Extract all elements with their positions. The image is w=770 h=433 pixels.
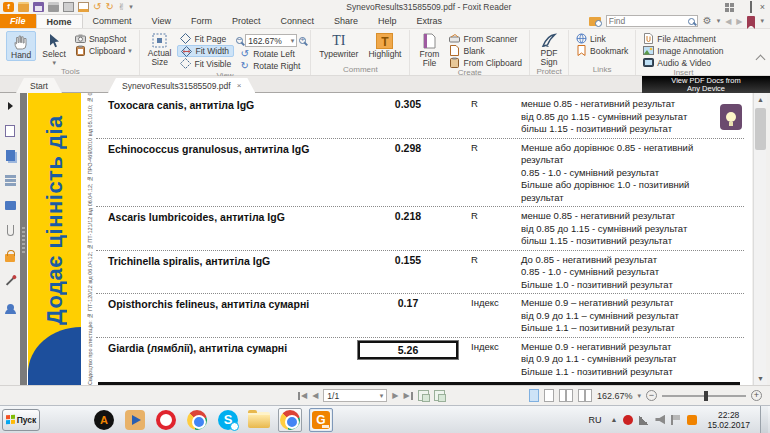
page-number-combo[interactable]: 1/1 ▾ <box>323 389 387 402</box>
link-button[interactable]: Link <box>573 33 631 44</box>
tab-connect[interactable]: Connect <box>270 14 324 28</box>
restore-button[interactable] <box>750 1 752 13</box>
close-tab-icon[interactable]: × <box>237 81 242 90</box>
single-page-view-icon[interactable] <box>529 389 539 402</box>
find-next-icon[interactable]: ▶ <box>736 17 742 26</box>
blank-page-button[interactable]: Blank <box>446 45 525 56</box>
next-page-button[interactable]: ▶ <box>392 391 398 400</box>
show-desktop-button[interactable] <box>760 406 768 433</box>
language-indicator[interactable]: RU <box>586 415 605 425</box>
thumbnails-panel-icon[interactable] <box>4 149 17 162</box>
hand-tool-quick-icon[interactable]: ✌ <box>118 2 126 12</box>
fit-page-button[interactable]: Fit Page <box>177 33 234 44</box>
search-folder-icon[interactable] <box>589 17 601 26</box>
email-icon[interactable] <box>63 2 74 12</box>
tab-file[interactable]: File <box>0 14 36 28</box>
hand-tool-button[interactable]: Hand <box>6 31 36 61</box>
search-icon[interactable] <box>688 18 695 25</box>
tab-form[interactable]: Form <box>181 14 222 28</box>
layers-panel-icon[interactable] <box>4 174 17 187</box>
zoom-slider-thumb[interactable] <box>704 391 708 401</box>
attachments-panel-icon[interactable] <box>4 224 17 237</box>
expand-panel-icon[interactable] <box>4 99 17 112</box>
foxit-tray-icon[interactable] <box>687 415 697 425</box>
rotate-right-button[interactable]: ↻ Rotate Right <box>236 60 306 71</box>
from-file-button[interactable]: From File <box>414 31 444 68</box>
tip-lightbulb-icon[interactable] <box>720 104 742 130</box>
pdf-sign-button[interactable]: PDF Sign <box>534 31 564 67</box>
zoom-level-combo[interactable]: 162.67% ▾ <box>245 34 297 47</box>
security-panel-icon[interactable] <box>4 249 17 262</box>
scrollbar-thumb[interactable] <box>755 108 766 150</box>
tab-document[interactable]: SynevoResults31585509.pdf × <box>108 78 255 93</box>
find-options-caret[interactable]: ▾ <box>717 17 721 25</box>
action-center-tray-icon[interactable] <box>671 415 681 425</box>
file-explorer-icon[interactable] <box>247 408 271 432</box>
audio-video-button[interactable]: Audio & Video <box>640 57 726 68</box>
find-input[interactable] <box>609 16 688 26</box>
aimp-icon[interactable]: A <box>92 408 116 432</box>
start-button[interactable]: Пуск <box>2 409 40 431</box>
tray-expand-icon[interactable]: ▲ <box>611 416 618 423</box>
rotate-left-button[interactable]: ↺ Rotate Left <box>236 48 306 59</box>
clipboard-button[interactable]: Clipboard ▾ <box>72 45 135 56</box>
highlight-button[interactable]: T Highlight <box>364 31 405 59</box>
continuous-facing-view-icon[interactable] <box>578 389 592 402</box>
gear-icon[interactable]: ⚙ <box>703 15 712 27</box>
redo-icon[interactable]: ↻ <box>105 2 113 12</box>
skype-icon[interactable]: S <box>216 408 240 432</box>
snapshot-button[interactable]: SnapShot <box>72 33 135 44</box>
zoom-out-button[interactable]: − <box>646 390 657 401</box>
tab-share[interactable]: Share <box>324 14 368 28</box>
undo-icon[interactable]: ↺ <box>93 2 101 12</box>
media-player-icon[interactable] <box>123 408 147 432</box>
layout-icon[interactable] <box>725 3 734 12</box>
tab-help[interactable]: Help <box>368 14 407 28</box>
zoom-out-icon[interactable]: − <box>236 37 243 44</box>
zoom-in-icon[interactable]: + <box>299 37 306 44</box>
first-page-button[interactable]: ◀ <box>298 391 307 400</box>
fit-width-button[interactable]: Fit Width <box>177 45 234 57</box>
from-clipboard-button[interactable]: From Clipboard <box>446 57 525 68</box>
tab-comment[interactable]: Comment <box>83 14 142 28</box>
facing-view-icon[interactable] <box>559 389 573 402</box>
zoom-slider[interactable] <box>662 395 746 397</box>
vertical-scrollbar[interactable]: ▲ ▼ <box>753 93 766 385</box>
print-icon[interactable] <box>48 2 59 12</box>
next-view-icon[interactable] <box>434 390 445 401</box>
from-scanner-button[interactable]: From Scanner <box>446 33 525 44</box>
foxit-app-icon[interactable]: f <box>3 2 14 12</box>
bookmark-caret[interactable]: ▾ <box>760 17 764 25</box>
comments-panel-icon[interactable] <box>4 199 17 212</box>
chrome-icon[interactable] <box>185 408 209 432</box>
continuous-view-icon[interactable] <box>544 389 554 402</box>
image-annotation-button[interactable]: Image Annotation <box>640 45 726 56</box>
bookmark-flag-icon[interactable] <box>747 16 755 26</box>
bookmark-button[interactable]: Bookmark <box>573 45 631 56</box>
last-page-button[interactable]: ▶ <box>403 391 412 400</box>
zoom-caret[interactable]: ▾ <box>637 392 641 400</box>
fit-visible-button[interactable]: Fit Visible <box>177 58 234 69</box>
note-icon[interactable] <box>78 2 89 12</box>
clock[interactable]: 22:28 15.02.2017 <box>703 410 754 430</box>
tab-extras[interactable]: Extras <box>407 14 453 28</box>
chrome-running-button[interactable] <box>278 408 302 432</box>
tab-protect[interactable]: Protect <box>222 14 271 28</box>
typewriter-button[interactable]: TI Typewriter <box>315 31 362 59</box>
tab-view[interactable]: View <box>142 14 181 28</box>
scroll-down-icon[interactable]: ▼ <box>754 372 767 385</box>
foxit-running-button[interactable]: G <box>309 408 333 432</box>
volume-tray-icon[interactable] <box>655 415 665 425</box>
scroll-up-icon[interactable]: ▲ <box>754 93 767 106</box>
actual-size-button[interactable]: Actual Size <box>144 31 176 67</box>
file-attachment-button[interactable]: File Attachment <box>640 33 726 44</box>
save-icon[interactable] <box>33 2 44 12</box>
bookmarks-panel-icon[interactable] <box>4 124 17 137</box>
network-tray-icon[interactable] <box>639 415 649 425</box>
previous-page-button[interactable]: ◀ <box>312 391 318 400</box>
tab-home[interactable]: Home <box>36 14 83 28</box>
signatures-panel-icon[interactable] <box>4 274 17 287</box>
zoom-in-button[interactable]: + <box>751 390 762 401</box>
contacts-panel-icon[interactable] <box>4 299 17 312</box>
antivirus-tray-icon[interactable] <box>623 415 633 425</box>
